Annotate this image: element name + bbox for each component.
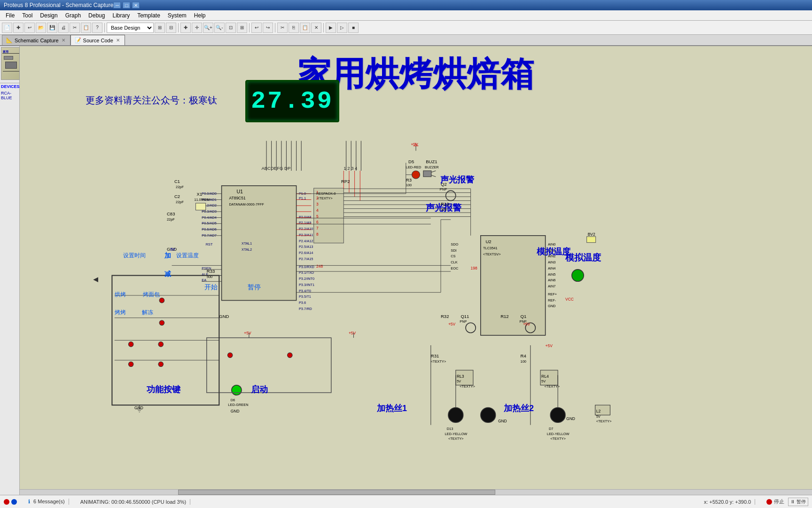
svg-text:P2.3/A11: P2.3/A11 [299,233,313,237]
scroll-left-arrow[interactable]: ▶ [93,277,98,284]
toolbar-btn8[interactable]: 📋 [81,23,91,33]
svg-point-160 [466,323,476,333]
svg-text:500: 500 [207,275,212,279]
toolbar-grid1[interactable]: ⊞ [155,23,165,33]
toolbar-help[interactable]: ? [92,23,102,33]
toolbar-zoom-out[interactable]: 🔍- [214,23,225,33]
toolbar-redo[interactable]: ↪ [263,23,273,33]
svg-text:PNP: PNP [519,319,526,324]
menu-help[interactable]: Help [190,11,210,20]
toolbar-save[interactable]: 💾 [47,23,57,33]
toolbar-paste[interactable]: 📋 [300,23,310,33]
toolbar-btn2[interactable]: ✚ [13,23,23,33]
svg-text:198: 198 [471,266,477,270]
toolbar-cross[interactable]: ✛ [192,23,202,33]
svg-text:5V: 5V [170,247,175,252]
svg-text:PSEN: PSEN [202,266,211,270]
svg-text:LED-YELLOW: LED-YELLOW [547,432,570,436]
svg-text:D7: D7 [549,427,553,431]
svg-text:RST: RST [206,242,213,246]
svg-point-193 [227,353,233,358]
svg-text:BUZZER: BUZZER [425,165,439,169]
svg-text:P3.4/T0: P3.4/T0 [299,289,311,293]
maximize-button[interactable]: □ [123,2,130,8]
status-messages: ℹ 6 Message(s) [24,499,69,505]
toolbar-zoom-in[interactable]: 🔍+ [203,23,213,33]
toolbar-zoom-fit[interactable]: ⊡ [226,23,236,33]
toolbar-stop[interactable]: ■ [348,23,359,33]
menu-system[interactable]: System [164,11,190,20]
toolbar-btn7[interactable]: ✂ [70,23,80,33]
toolbar-plus[interactable]: ✚ [180,23,191,33]
menu-file[interactable]: File [2,11,18,20]
svg-text:4: 4 [316,208,319,213]
toolbar-new[interactable]: 📄 [2,23,12,33]
tab-source-code[interactable]: 📝 Source Code ✕ [70,35,125,45]
pause-icon: ⏸ [790,499,795,504]
svg-text:AIN6: AIN6 [548,278,555,282]
menu-graph[interactable]: Graph [62,11,85,20]
status-animation: ANIMATING: 00:00:46.550000 (CPU load 3%) [77,499,190,505]
message-count: 6 Message(s) [33,499,65,504]
toolbar-btn4[interactable]: 📂 [36,23,46,33]
menubar: File Tool Design Graph Debug Library Tem… [0,10,812,21]
toolbar-undo[interactable]: ↩ [251,23,262,33]
toolbar-copy[interactable]: ⎘ [289,23,299,33]
menu-debug[interactable]: Debug [85,11,109,20]
svg-text:RL3: RL3 [457,374,464,379]
toolbar-delete[interactable]: ✕ [311,23,321,33]
main-layout: 家用 DEVICES RCA-BLUE 家用烘烤烘焙箱 更多资料请关注公众号：极… [0,46,812,495]
svg-text:+5V: +5V [448,322,456,326]
menu-library[interactable]: Library [109,11,133,20]
statusbar: ℹ 6 Message(s) ANIMATING: 00:00:46.55000… [0,495,812,508]
stop-label[interactable]: 停止 [774,498,784,505]
svg-point-175 [448,408,463,423]
toolbar-step[interactable]: ▷ [337,23,347,33]
svg-text:CLK: CLK [451,260,457,264]
svg-point-227 [158,362,164,367]
tab-schematic-label: Schematic Capture [15,38,59,43]
menu-design[interactable]: Design [36,11,61,20]
tab-schematic-close[interactable]: ✕ [61,38,66,43]
toolbar-btn3[interactable]: ↩ [24,23,35,33]
schematic-area[interactable]: 家用烘烤烘焙箱 更多资料请关注公众号：极寒钛 27.39 ABCDEFG DP … [20,46,812,495]
svg-text:R3: R3 [406,177,412,183]
svg-point-225 [158,342,164,347]
tab-schematic-capture[interactable]: 📐 Schematic Capture ✕ [2,35,70,45]
svg-text:R10: R10 [441,201,449,206]
svg-text:P2.7/A15: P2.7/A15 [299,257,313,261]
toolbar-run[interactable]: ▶ [326,23,336,33]
svg-text:RL4: RL4 [541,374,549,379]
pause-button[interactable]: ⏸ 暂停 [788,498,808,506]
svg-text:RESPACK-8: RESPACK-8 [316,191,336,196]
status-controls: 停止 ⏸ 暂停 [766,498,808,506]
sidebar-device-name[interactable]: RCA-BLUE [0,90,19,101]
svg-text:22pF: 22pF [176,185,184,189]
svg-text:PNP: PNP [440,187,447,191]
svg-text:P1.1: P1.1 [299,196,306,200]
horizontal-scrollbar[interactable] [20,489,812,495]
svg-text:P0.4/AD4: P0.4/AD4 [202,215,217,220]
design-dropdown[interactable]: Base Design [107,23,154,33]
menu-tool[interactable]: Tool [18,11,36,20]
toolbar-zoom-area[interactable]: ⊞ [237,23,247,33]
toolbar-print[interactable]: 🖨 [58,23,69,33]
toolbar-cut[interactable]: ✂ [277,23,288,33]
minimize-button[interactable]: ─ [113,2,121,8]
sidebar-thumbnail[interactable]: 家用 [1,47,20,80]
tab-source-close[interactable]: ✕ [115,38,121,43]
svg-text:<TEXTY>: <TEXTY> [431,359,446,364]
pause-label: 暂停 [796,499,806,504]
svg-text:P2.0/A8: P2.0/A8 [299,215,311,219]
menu-template[interactable]: Template [133,11,164,20]
close-button[interactable]: ✕ [132,2,140,8]
svg-point-180 [550,408,565,423]
svg-text:TLC3541: TLC3541 [483,246,497,250]
svg-text:5V: 5V [596,414,601,419]
toolbar-grid2[interactable]: ⊟ [166,23,176,33]
svg-text:P2.6/A14: P2.6/A14 [299,251,313,255]
svg-text:DATANAM-0000-7FFF: DATANAM-0000-7FFF [229,202,265,206]
titlebar-title: Proteus 8 Professional - Schematic Captu… [4,2,113,8]
svg-text:P3.0/RXD: P3.0/RXD [299,265,314,269]
svg-text:P3.3/INT1: P3.3/INT1 [299,283,314,287]
